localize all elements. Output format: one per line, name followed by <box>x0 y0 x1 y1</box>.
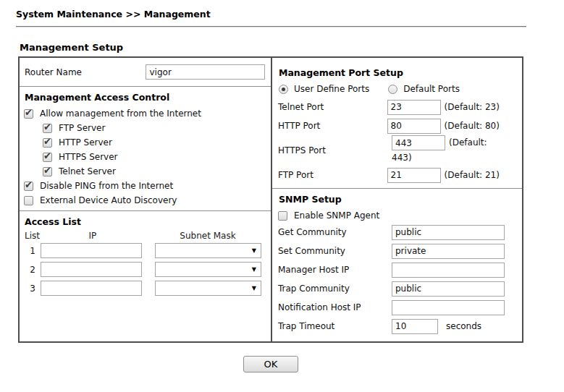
ftp-port-input[interactable] <box>387 168 441 183</box>
column-header-subnet-mask: Subnet Mask <box>151 231 265 241</box>
header-divider <box>16 26 526 27</box>
checkbox-row-allow-management[interactable]: Allow management from the Internet <box>24 106 265 121</box>
access-list-header: List IP Subnet Mask <box>25 231 265 241</box>
notification-host-ip-input[interactable] <box>392 300 505 315</box>
router-name-label: Router Name <box>25 67 146 77</box>
set-community-input[interactable] <box>392 244 505 259</box>
port-mode-radio-group: User Define Ports Default Ports <box>278 82 516 98</box>
access-list-ip-input-3[interactable] <box>41 281 142 296</box>
right-column: Management Port Setup User Define Ports … <box>272 58 522 341</box>
https-server-checkbox[interactable] <box>43 153 52 162</box>
get-community-row: Get Community <box>278 223 516 242</box>
chevron-down-icon: ▼ <box>252 285 256 291</box>
trap-community-row: Trap Community <box>278 279 516 298</box>
default-ports-radio[interactable] <box>388 85 397 94</box>
manager-host-ip-row: Manager Host IP <box>278 260 516 279</box>
access-control-title: Management Access Control <box>25 92 265 103</box>
checkbox-row-ftp-server[interactable]: FTP Server <box>43 121 265 135</box>
separator <box>20 86 271 87</box>
row-index: 2 <box>25 265 41 275</box>
access-list-ip-input-1[interactable] <box>41 243 142 258</box>
access-list-row: 1 ▼ <box>25 243 265 258</box>
trap-community-label: Trap Community <box>278 284 392 294</box>
page-title: Management Setup <box>20 42 564 53</box>
telnet-port-input[interactable] <box>387 100 441 115</box>
http-port-label: HTTP Port <box>278 121 387 131</box>
router-name-input[interactable] <box>146 64 265 80</box>
checkbox-row-external-device[interactable]: External Device Auto Discovery <box>24 193 265 208</box>
set-community-label: Set Community <box>278 246 392 256</box>
trap-timeout-suffix: seconds <box>446 321 481 331</box>
subnet-mask-select-1[interactable]: ▼ <box>155 243 261 258</box>
checkbox-label: HTTPS Server <box>59 152 118 162</box>
checkbox-label: HTTP Server <box>59 137 112 148</box>
get-community-label: Get Community <box>278 227 392 237</box>
radio-label: User Define Ports <box>294 84 369 94</box>
subnet-mask-select-2[interactable]: ▼ <box>155 262 261 277</box>
breadcrumb: System Maintenance >> Management <box>16 9 564 20</box>
telnet-server-checkbox[interactable] <box>43 167 52 176</box>
subnet-mask-select-3[interactable]: ▼ <box>155 281 261 296</box>
access-list-title: Access List <box>25 216 265 227</box>
set-community-row: Set Community <box>278 242 516 260</box>
ftp-server-checkbox[interactable] <box>43 124 52 133</box>
router-name-row: Router Name <box>24 62 265 83</box>
row-index: 3 <box>25 284 41 294</box>
telnet-port-label: Telnet Port <box>278 102 387 112</box>
notification-host-ip-label: Notification Host IP <box>278 302 392 312</box>
checkbox-label: External Device Auto Discovery <box>40 195 177 205</box>
ok-button[interactable]: OK <box>243 356 298 372</box>
trap-timeout-label: Trap Timeout <box>278 321 392 331</box>
footer-actions: OK <box>18 356 523 372</box>
separator <box>272 188 522 189</box>
column-header-list: List <box>25 231 46 241</box>
checkbox-row-http-server[interactable]: HTTP Server <box>43 135 265 150</box>
telnet-port-row: Telnet Port (Default: 23) <box>278 98 516 116</box>
http-port-default: (Default: 80) <box>445 121 500 131</box>
management-setup-panel: Router Name Management Access Control Al… <box>18 56 523 343</box>
https-port-input[interactable] <box>392 135 445 150</box>
checkbox-label: Disable PING from the Internet <box>40 181 173 191</box>
notification-host-ip-row: Notification Host IP <box>278 298 516 317</box>
checkbox-row-telnet-server[interactable]: Telnet Server <box>43 164 265 179</box>
chevron-down-icon: ▼ <box>252 247 256 254</box>
column-header-ip: IP <box>46 231 139 241</box>
enable-snmp-checkbox[interactable] <box>278 211 287 221</box>
checkbox-label: Enable SNMP Agent <box>294 210 379 221</box>
http-port-input[interactable] <box>387 119 441 134</box>
checkbox-label: FTP Server <box>59 123 105 133</box>
https-port-row: HTTPS Port (Default: 443) <box>278 135 516 166</box>
telnet-port-default: (Default: 23) <box>445 102 500 112</box>
disable-ping-checkbox[interactable] <box>24 182 33 191</box>
checkbox-label: Telnet Server <box>59 166 116 176</box>
https-port-label: HTTPS Port <box>278 145 392 155</box>
trap-community-input[interactable] <box>392 281 505 297</box>
trap-timeout-input[interactable] <box>392 319 438 334</box>
ftp-port-label: FTP Port <box>278 170 387 180</box>
http-port-row: HTTP Port (Default: 80) <box>278 116 516 135</box>
ftp-port-default: (Default: 21) <box>445 170 500 180</box>
chevron-down-icon: ▼ <box>252 266 256 273</box>
snmp-setup-title: SNMP Setup <box>279 194 516 205</box>
ftp-port-row: FTP Port (Default: 21) <box>278 166 516 184</box>
radio-label: Default Ports <box>403 84 460 94</box>
checkbox-row-disable-ping[interactable]: Disable PING from the Internet <box>24 179 265 193</box>
access-list-row: 3 ▼ <box>25 281 265 296</box>
manager-host-ip-input[interactable] <box>392 263 505 278</box>
trap-timeout-row: Trap Timeout seconds <box>278 317 516 336</box>
checkbox-row-enable-snmp[interactable]: Enable SNMP Agent <box>278 208 516 223</box>
get-community-input[interactable] <box>392 225 505 240</box>
http-server-checkbox[interactable] <box>43 138 52 148</box>
left-column: Router Name Management Access Control Al… <box>20 58 272 341</box>
access-list-ip-input-2[interactable] <box>41 262 142 277</box>
checkbox-row-https-server[interactable]: HTTPS Server <box>43 150 265 164</box>
port-setup-title: Management Port Setup <box>279 67 516 78</box>
checkbox-label: Allow management from the Internet <box>40 108 201 119</box>
external-device-checkbox[interactable] <box>24 196 33 205</box>
allow-management-checkbox[interactable] <box>24 109 33 119</box>
row-index: 1 <box>25 246 41 256</box>
user-define-ports-radio[interactable] <box>279 85 288 94</box>
separator <box>20 210 271 211</box>
manager-host-ip-label: Manager Host IP <box>278 265 392 275</box>
access-list-row: 2 ▼ <box>25 262 265 277</box>
